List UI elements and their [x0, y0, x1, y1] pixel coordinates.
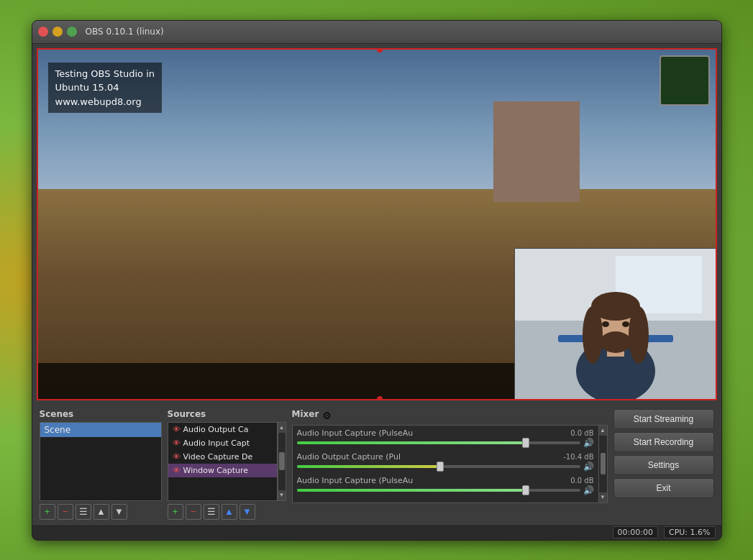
source-item-video[interactable]: 👁 Video Capture De [168, 450, 277, 464]
eye-icon-4: 👁 [173, 466, 181, 475]
scenes-remove-button[interactable]: − [58, 504, 73, 520]
sources-scroll-thumb [279, 452, 285, 470]
border-marker-top [377, 48, 383, 52]
mixer-scroll-down[interactable]: ▼ [599, 492, 607, 502]
svg-point-13 [622, 321, 629, 327]
titlebar: OBS 0.10.1 (linux) [32, 21, 721, 44]
webcam-feed [515, 249, 716, 399]
channel-2-fill [297, 465, 439, 468]
channel-2-knob[interactable] [437, 462, 444, 472]
sources-up-button[interactable]: ▲ [222, 504, 237, 520]
mixer-container: Audio Input Capture (PulseAu 0.0 dB 🔊 [292, 425, 608, 503]
sources-add-button[interactable]: + [168, 504, 183, 520]
channel-1-volume-icon[interactable]: 🔊 [583, 438, 594, 448]
scenes-list[interactable]: Scene [40, 422, 162, 501]
bottom-panel: Scenes Scene + − ☰ ▲ ▼ Sources [32, 405, 721, 524]
sources-down-button[interactable]: ▼ [239, 504, 255, 520]
scenes-filter-button[interactable]: ☰ [76, 504, 91, 520]
timer-display: 00:00:00 [613, 526, 658, 538]
mixer-label: Mixer [292, 409, 319, 419]
eye-icon-3: 👁 [173, 452, 181, 462]
svg-point-10 [629, 306, 649, 364]
window-title: OBS 0.10.1 (linux) [86, 27, 164, 37]
channel-2-track[interactable] [297, 465, 580, 468]
sources-remove-button[interactable]: − [186, 504, 201, 520]
settings-button[interactable]: Settings [613, 455, 714, 475]
svg-point-12 [602, 321, 609, 327]
channel-2-name: Audio Output Capture (Pul [297, 452, 401, 462]
channel-1-fader: 🔊 [297, 438, 594, 448]
mixer-channels: Audio Input Capture (PulseAu 0.0 dB 🔊 [293, 426, 598, 502]
svg-point-11 [600, 331, 631, 353]
channel-3-fill [297, 489, 524, 492]
channel-1-knob[interactable] [522, 438, 529, 448]
channel-1-fill [297, 441, 524, 444]
mixer-channel-1: Audio Input Capture (PulseAu 0.0 dB 🔊 [297, 428, 594, 448]
sources-filter-button[interactable]: ☰ [204, 504, 219, 520]
cpu-display: CPU: 1.6% [664, 526, 716, 538]
source-item-window[interactable]: 👁 Window Capture [168, 464, 277, 477]
sources-row: 👁 Audio Output Ca 👁 Audio Input Capt 👁 V… [168, 422, 286, 501]
maximize-button[interactable] [67, 27, 77, 37]
sources-list[interactable]: 👁 Audio Output Ca 👁 Audio Input Capt 👁 V… [168, 422, 278, 501]
start-recording-button[interactable]: Start Recording [613, 432, 714, 452]
mixer-scrollbar[interactable]: ▲ ▼ [598, 426, 607, 502]
channel-3-name: Audio Input Capture (PulseAu [297, 476, 414, 485]
sources-label: Sources [168, 409, 286, 419]
game-minimap [660, 55, 710, 106]
scenes-actions: + − ☰ ▲ ▼ [40, 504, 162, 520]
source-item-audio-in[interactable]: 👁 Audio Input Capt [168, 436, 277, 450]
sources-section: Sources 👁 Audio Output Ca 👁 Audio Input … [168, 409, 286, 520]
preview-area: Testing OBS Studio in Ubuntu 15.04 www.w… [37, 48, 717, 400]
svg-point-9 [583, 306, 603, 364]
close-button[interactable] [38, 27, 48, 37]
channel-3-track[interactable] [297, 489, 580, 492]
sources-scroll-up[interactable]: ▲ [278, 423, 286, 433]
exit-button[interactable]: Exit [613, 478, 714, 498]
scenes-add-button[interactable]: + [40, 504, 55, 520]
controls-section: Start Streaming Start Recording Settings… [613, 409, 714, 498]
channel-3-knob[interactable] [522, 485, 529, 495]
channel-3-fader: 🔊 [297, 485, 594, 495]
mixer-channel-3: Audio Input Capture (PulseAu 0.0 dB 🔊 [297, 476, 594, 495]
channel-2-db: -10.4 dB [563, 453, 593, 461]
webcam-overlay [514, 248, 716, 399]
panel-row: Scenes Scene + − ☰ ▲ ▼ Sources [40, 409, 714, 520]
channel-3-db: 0.0 dB [570, 477, 593, 485]
sources-actions: + − ☰ ▲ ▼ [168, 504, 286, 520]
statusbar: 00:00:00 CPU: 1.6% [32, 524, 721, 540]
sources-scrollbar[interactable]: ▲ ▼ [278, 422, 286, 501]
scenes-label: Scenes [40, 409, 162, 419]
scenes-up-button[interactable]: ▲ [93, 504, 109, 520]
obs-window: OBS 0.10.1 (linux) Testing OBS Studio in… [32, 20, 722, 541]
channel-2-volume-icon[interactable]: 🔊 [583, 462, 594, 472]
channel-1-db: 0.0 dB [570, 429, 593, 437]
channel-2-fader: 🔊 [297, 462, 594, 472]
minimize-button[interactable] [53, 27, 63, 37]
eye-icon-1: 👁 [173, 425, 181, 434]
mixer-scroll-thumb [601, 453, 606, 474]
eye-icon-2: 👁 [173, 439, 181, 448]
sources-scroll-down[interactable]: ▼ [278, 490, 286, 500]
scenes-section: Scenes Scene + − ☰ ▲ ▼ [40, 409, 162, 520]
scene-item[interactable]: Scene [40, 423, 161, 437]
channel-1-track[interactable] [297, 441, 580, 444]
border-marker-bottom [377, 396, 383, 400]
mixer-section: Mixer ⚙ Audio Input Capture (PulseAu 0.0… [292, 409, 608, 503]
mixer-scroll-up[interactable]: ▲ [599, 426, 607, 436]
start-streaming-button[interactable]: Start Streaming [613, 409, 714, 429]
scenes-down-button[interactable]: ▼ [111, 504, 127, 520]
mixer-header: Mixer ⚙ [292, 409, 608, 422]
mixer-settings-icon[interactable]: ⚙ [322, 410, 332, 421]
source-item-audio-out[interactable]: 👁 Audio Output Ca [168, 423, 277, 436]
game-castle [493, 101, 580, 202]
channel-3-volume-icon[interactable]: 🔊 [583, 485, 594, 495]
channel-1-name: Audio Input Capture (PulseAu [297, 428, 414, 438]
overlay-text: Testing OBS Studio in Ubuntu 15.04 www.w… [48, 63, 163, 114]
mixer-channel-2: Audio Output Capture (Pul -10.4 dB 🔊 [297, 452, 594, 472]
